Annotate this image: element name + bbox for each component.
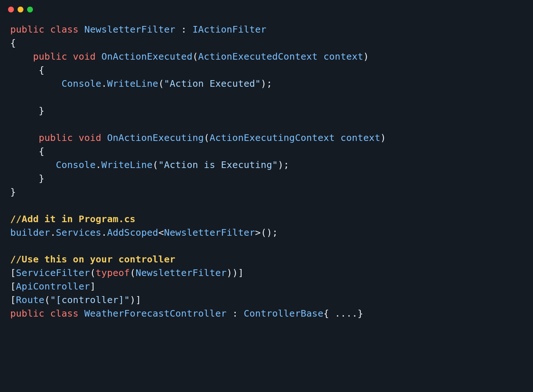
token-str: "Action is Executing" — [158, 159, 278, 170]
code-line: builder.Services.AddScoped<NewsletterFil… — [10, 226, 523, 239]
token-method: OnActionExecuting — [107, 132, 204, 143]
code-line: [Route("[controller]")] — [10, 293, 523, 307]
titlebar — [0, 0, 533, 15]
token-type: WeatherForecastController — [84, 308, 227, 319]
token-punc: ] — [90, 281, 96, 292]
token-kw: void — [79, 132, 101, 143]
code-line — [10, 90, 523, 104]
token-str: "Action Executed" — [164, 78, 261, 89]
token-kw: public — [10, 308, 44, 319]
token-var: context — [340, 132, 380, 143]
token-kw: class — [50, 24, 79, 35]
token-type: NewsletterFilter — [84, 24, 175, 35]
token-punc: ))] — [227, 267, 244, 278]
code-line: [ApiController] — [10, 280, 523, 293]
token-punc — [335, 132, 341, 143]
token-paren: ( — [44, 294, 50, 305]
code-line — [10, 117, 523, 131]
token-kw: public — [10, 24, 44, 35]
token-punc — [79, 308, 85, 319]
code-line: { — [10, 36, 523, 50]
token-punc — [96, 51, 101, 62]
token-punc — [10, 159, 56, 170]
token-punc: . — [101, 78, 107, 89]
token-kw: public — [33, 51, 67, 62]
token-punc — [44, 24, 50, 35]
token-punc: { — [10, 146, 44, 157]
token-kw: public — [39, 132, 73, 143]
token-type: Console — [56, 159, 96, 170]
code-window: public class NewsletterFilter : IActionF… — [0, 0, 533, 392]
token-punc: < — [158, 227, 164, 238]
token-punc: [ — [10, 281, 16, 292]
close-icon[interactable] — [8, 7, 14, 12]
token-punc — [10, 132, 39, 143]
token-punc — [10, 51, 33, 62]
token-paren: ( — [193, 51, 198, 62]
code-line: [ServiceFilter(typeof(NewsletterFilter))… — [10, 266, 523, 280]
token-type: ActionExecutingContext — [209, 132, 335, 143]
token-punc: )] — [130, 294, 141, 305]
token-type: ApiController — [16, 281, 90, 292]
token-punc: [ — [10, 294, 16, 305]
token-punc: { ....} — [323, 308, 363, 319]
token-punc: (); — [261, 227, 278, 238]
maximize-icon[interactable] — [27, 7, 33, 12]
token-punc — [79, 24, 85, 35]
token-var: context — [323, 51, 363, 62]
token-type: NewsletterFilter — [164, 227, 255, 238]
token-punc: . — [96, 159, 101, 170]
token-punc: { — [10, 64, 44, 75]
code-line: Console.WriteLine("Action Executed"); — [10, 77, 523, 90]
token-type: Console — [61, 78, 101, 89]
token-punc: . — [101, 227, 107, 238]
code-line: public void OnActionExecuted(ActionExecu… — [10, 50, 523, 63]
token-punc: } — [10, 105, 44, 116]
token-paren: ( — [153, 159, 159, 170]
token-punc: ); — [278, 159, 289, 170]
code-line: //Use this on your controller — [10, 253, 523, 266]
code-line — [10, 239, 523, 253]
token-paren: ( — [204, 132, 210, 143]
token-punc — [101, 132, 107, 143]
token-punc — [10, 200, 16, 211]
token-method: AddScoped — [107, 227, 158, 238]
token-punc — [44, 308, 50, 319]
token-punc: : — [227, 308, 244, 319]
token-comment: //Add it in Program.cs — [10, 213, 135, 224]
token-punc: . — [50, 227, 56, 238]
code-line: } — [10, 172, 523, 185]
token-punc: } — [10, 173, 44, 184]
token-type: ActionExecutedContext — [198, 51, 318, 62]
token-punc — [10, 240, 16, 251]
token-punc — [10, 78, 61, 89]
code-line: { — [10, 145, 523, 158]
token-var: builder — [10, 227, 50, 238]
code-line: public class NewsletterFilter : IActionF… — [10, 23, 523, 36]
token-punc — [10, 119, 16, 130]
token-punc: > — [255, 227, 261, 238]
token-punc: [ — [10, 267, 16, 278]
token-punc: : — [175, 24, 193, 35]
token-type: Route — [16, 294, 45, 305]
token-punc — [10, 92, 16, 102]
code-line: //Add it in Program.cs — [10, 212, 523, 226]
token-paren: ( — [158, 78, 164, 89]
token-kw: class — [50, 308, 79, 319]
code-line: { — [10, 63, 523, 77]
code-line: public class WeatherForecastController :… — [10, 307, 523, 320]
code-line: } — [10, 104, 523, 117]
code-area[interactable]: public class NewsletterFilter : IActionF… — [0, 15, 533, 328]
minimize-icon[interactable] — [18, 7, 23, 12]
code-line: } — [10, 185, 523, 199]
token-punc: } — [10, 186, 16, 197]
token-type: NewsletterFilter — [135, 267, 227, 278]
token-punc: ); — [261, 78, 272, 89]
token-paren: ( — [90, 267, 96, 278]
code-line: Console.WriteLine("Action is Executing")… — [10, 158, 523, 172]
token-var: Services — [56, 227, 101, 238]
token-type: ControllerBase — [244, 308, 324, 319]
code-line: public void OnActionExecuting(ActionExec… — [10, 131, 523, 145]
token-method: OnActionExecuted — [101, 51, 193, 62]
token-paren: ( — [130, 267, 136, 278]
